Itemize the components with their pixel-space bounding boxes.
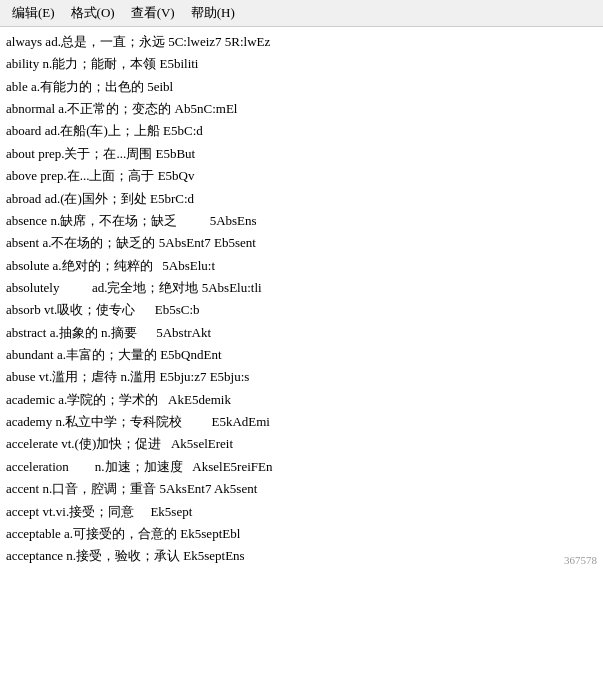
- entry-definition: vt.滥用；虐待 n.滥用 E5bju:z7 E5bju:s: [36, 369, 250, 384]
- menu-view[interactable]: 查看(V): [123, 2, 183, 24]
- entry-word: academic: [6, 392, 55, 407]
- entry-word: accept: [6, 504, 39, 519]
- menu-edit[interactable]: 编辑(E): [4, 2, 63, 24]
- entry-definition: a.可接受的，合意的 Ek5septEbl: [61, 526, 240, 541]
- entry-definition: a.不在场的；缺乏的 5AbsEnt7 Eb5sent: [39, 235, 256, 250]
- list-item: absence n.缺席，不在场；缺乏 5AbsEns: [6, 210, 597, 232]
- menubar: 编辑(E) 格式(O) 查看(V) 帮助(H): [0, 0, 603, 27]
- entry-word: about: [6, 146, 35, 161]
- entry-definition: n.私立中学；专科院校 E5kAdEmi: [52, 414, 270, 429]
- list-item: absolutely ad.完全地；绝对地 5AbsElu:tli: [6, 277, 597, 299]
- list-item: acceptable a.可接受的，合意的 Ek5septEbl: [6, 523, 597, 545]
- entry-definition: a.绝对的；纯粹的 5AbsElu:t: [49, 258, 215, 273]
- list-item: absolute a.绝对的；纯粹的 5AbsElu:t: [6, 255, 597, 277]
- list-item: academy n.私立中学；专科院校 E5kAdEmi: [6, 411, 597, 433]
- list-item: absent a.不在场的；缺乏的 5AbsEnt7 Eb5sent: [6, 232, 597, 254]
- entry-definition: ad.在船(车)上；上船 E5bC:d: [41, 123, 202, 138]
- entry-word: acceptable: [6, 526, 61, 541]
- list-item: academic a.学院的；学术的 AkE5demik: [6, 389, 597, 411]
- entry-word: aboard: [6, 123, 41, 138]
- entry-definition: vt.吸收；使专心 Eb5sC:b: [41, 302, 200, 317]
- entry-word: acceleration: [6, 459, 69, 474]
- list-item: above prep.在...上面；高于 E5bQv: [6, 165, 597, 187]
- list-item: accept vt.vi.接受；同意 Ek5sept: [6, 501, 597, 523]
- entry-word: abroad: [6, 191, 41, 206]
- list-item: accent n.口音，腔调；重音 5AksEnt7 Ak5sent: [6, 478, 597, 500]
- entry-definition: n.缺席，不在场；缺乏 5AbsEns: [47, 213, 256, 228]
- list-item: always ad.总是，一直；永远 5C:lweiz7 5R:lwEz: [6, 31, 597, 53]
- entry-definition: a.有能力的；出色的 5eibl: [28, 79, 174, 94]
- menu-help[interactable]: 帮助(H): [183, 2, 243, 24]
- entry-definition: ad.(在)国外；到处 E5brC:d: [41, 191, 194, 206]
- entry-word: absent: [6, 235, 39, 250]
- list-item: abnormal a.不正常的；变态的 Ab5nC:mEl: [6, 98, 597, 120]
- entry-definition: ad.完全地；绝对地 5AbsElu:tli: [59, 280, 261, 295]
- entry-definition: a.学院的；学术的 AkE5demik: [55, 392, 231, 407]
- list-item: abstract a.抽象的 n.摘要 5AbstrAkt: [6, 322, 597, 344]
- list-item: abuse vt.滥用；虐待 n.滥用 E5bju:z7 E5bju:s: [6, 366, 597, 388]
- entry-definition: ad.总是，一直；永远 5C:lweiz7 5R:lwEz: [42, 34, 270, 49]
- entry-word: absorb: [6, 302, 41, 317]
- entry-definition: n.口音，腔调；重音 5AksEnt7 Ak5sent: [39, 481, 257, 496]
- content-area: always ad.总是，一直；永远 5C:lweiz7 5R:lwEzabil…: [0, 27, 603, 572]
- list-item: acceleration n.加速；加速度 AkselE5reiFEn: [6, 456, 597, 478]
- list-item: absorb vt.吸收；使专心 Eb5sC:b: [6, 299, 597, 321]
- list-item: aboard ad.在船(车)上；上船 E5bC:d: [6, 120, 597, 142]
- entry-word: abnormal: [6, 101, 55, 116]
- entry-word: academy: [6, 414, 52, 429]
- entry-word: abuse: [6, 369, 36, 384]
- entry-definition: prep.关于；在...周围 E5bBut: [35, 146, 195, 161]
- entry-definition: a.丰富的；大量的 E5bQndEnt: [54, 347, 222, 362]
- list-item: ability n.能力；能耐，本领 E5biliti: [6, 53, 597, 75]
- list-item: accelerate vt.(使)加快；促进 Ak5selEreit: [6, 433, 597, 455]
- entry-word: above: [6, 168, 37, 183]
- entry-word: absence: [6, 213, 47, 228]
- entry-definition: n.能力；能耐，本领 E5biliti: [39, 56, 198, 71]
- entry-word: absolutely: [6, 280, 59, 295]
- entry-word: abundant: [6, 347, 54, 362]
- entry-definition: prep.在...上面；高于 E5bQv: [37, 168, 194, 183]
- entry-definition: vt.vi.接受；同意 Ek5sept: [39, 504, 192, 519]
- entry-word: abstract: [6, 325, 46, 340]
- entry-definition: a.抽象的 n.摘要 5AbstrAkt: [46, 325, 211, 340]
- entry-definition: n.接受，验收；承认 Ek5septEns: [63, 548, 245, 563]
- entry-definition: vt.(使)加快；促进 Ak5selEreit: [58, 436, 233, 451]
- entry-word: ability: [6, 56, 39, 71]
- list-item: abundant a.丰富的；大量的 E5bQndEnt: [6, 344, 597, 366]
- entry-word: acceptance: [6, 548, 63, 563]
- entry-word: absolute: [6, 258, 49, 273]
- entry-word: always: [6, 34, 42, 49]
- list-item: able a.有能力的；出色的 5eibl: [6, 76, 597, 98]
- list-item: acceptance n.接受，验收；承认 Ek5septEns: [6, 545, 597, 567]
- list-item: abroad ad.(在)国外；到处 E5brC:d: [6, 188, 597, 210]
- entry-word: accelerate: [6, 436, 58, 451]
- entry-word: able: [6, 79, 28, 94]
- menu-format[interactable]: 格式(O): [63, 2, 123, 24]
- list-item: about prep.关于；在...周围 E5bBut: [6, 143, 597, 165]
- watermark: 367578: [564, 551, 597, 570]
- entry-definition: a.不正常的；变态的 Ab5nC:mEl: [55, 101, 237, 116]
- entry-definition: n.加速；加速度 AkselE5reiFEn: [69, 459, 273, 474]
- entry-word: accent: [6, 481, 39, 496]
